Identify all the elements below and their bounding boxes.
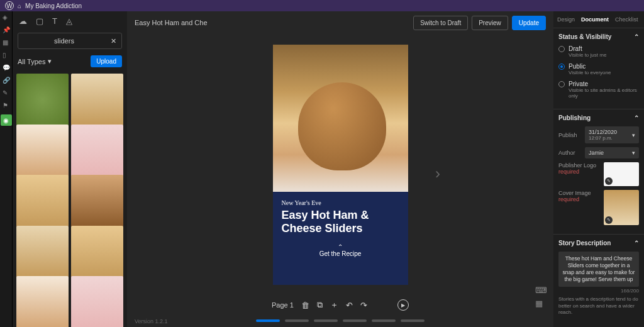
inspector-panel: Design Document Checklist ⓘ Status & Vis… (553, 11, 644, 327)
upload-button[interactable]: Upload (91, 55, 122, 67)
author-select[interactable]: Jamie▾ (585, 147, 639, 158)
tab-checklist[interactable]: Checklist (615, 16, 638, 23)
story-headline[interactable]: Easy Hot Ham & Cheese Sliders (282, 209, 399, 235)
shapes-icon[interactable]: ◬ (66, 16, 72, 26)
tab-design[interactable]: Design (557, 16, 575, 23)
chevron-down-icon: ▾ (48, 57, 52, 65)
story-hero-image[interactable] (273, 45, 408, 202)
publisher-logo-preview[interactable]: ✎ (604, 162, 639, 186)
page-indicator[interactable] (285, 319, 309, 322)
text-icon[interactable]: T (52, 16, 57, 26)
comments-icon[interactable]: 💬 (3, 64, 10, 72)
story-title-input[interactable] (135, 19, 210, 26)
wp-sidebar-rail: ◈ 📌 ▦ ▯ 💬 🔗 ✎ ⚑ ◉ (0, 11, 13, 327)
site-name[interactable]: My Baking Addiction (25, 3, 82, 9)
publish-date-picker[interactable]: 31/12/202012:07 p.m.▾ (585, 126, 639, 143)
undo-icon[interactable]: ↶ (346, 301, 353, 310)
story-page[interactable]: HAPPY NEW YEAR! New Year's Eve Easy Hot … (273, 45, 408, 285)
update-button[interactable]: Update (512, 16, 546, 30)
chevron-up-icon[interactable]: ⌃ (634, 33, 639, 40)
home-icon[interactable]: ⌂ (18, 3, 21, 9)
filter-dropdown[interactable]: All Types▾ (18, 57, 52, 65)
next-page-arrow-icon[interactable]: › (435, 165, 440, 182)
search-input[interactable] (23, 37, 105, 45)
play-icon[interactable]: ▶ (397, 299, 409, 311)
media-search[interactable]: ✕ (18, 33, 122, 49)
media-grid (13, 71, 127, 327)
clear-icon[interactable]: ✕ (111, 37, 116, 45)
description-heading: Story Description (558, 240, 611, 247)
media-thumb[interactable] (16, 276, 69, 327)
edit-icon[interactable]: ✎ (605, 177, 613, 185)
media-thumb[interactable] (16, 74, 69, 126)
page-indicator[interactable] (372, 319, 396, 322)
status-heading: Status & Visibility (558, 33, 611, 40)
canvas-area: Switch to Draft Preview Update HAPPY NEW… (127, 11, 553, 327)
chevron-up-icon[interactable]: ⌃ (634, 240, 639, 247)
pages-icon[interactable]: ▯ (3, 52, 10, 59)
pin-icon[interactable]: 📌 (3, 26, 10, 34)
image-icon[interactable]: ▢ (36, 16, 43, 26)
upload-cloud-icon[interactable]: ☁ (19, 16, 27, 26)
media-thumb[interactable] (71, 276, 123, 327)
stories-icon[interactable]: ◉ (1, 114, 12, 126)
status-private[interactable]: PrivateVisible to site admins & editors … (558, 80, 639, 99)
page-indicator[interactable] (314, 319, 338, 322)
media-thumb[interactable] (71, 175, 123, 227)
media-thumb[interactable] (71, 74, 123, 126)
media-panel: ☁ ▢ T ◬ ✕ All Types▾ Upload (13, 11, 127, 327)
media-thumb[interactable] (71, 125, 123, 177)
switch-draft-button[interactable]: Switch to Draft (413, 16, 468, 30)
edit-icon[interactable]: ✎ (605, 216, 613, 224)
page-indicators (127, 314, 553, 327)
description-hint: Stories with a description tend to do be… (558, 296, 639, 316)
dashboard-icon[interactable]: ◈ (3, 14, 10, 21)
story-subtitle[interactable]: New Year's Eve (282, 199, 399, 206)
plugins-icon[interactable]: ⚑ (3, 102, 10, 109)
story-cta[interactable]: Get the Recipe (282, 243, 399, 257)
grid-view-icon[interactable]: ▦ (535, 299, 547, 308)
wordpress-icon[interactable]: W (5, 1, 14, 10)
page-indicator[interactable] (401, 319, 425, 322)
char-count: 168/200 (558, 288, 639, 294)
media-thumb[interactable] (71, 226, 123, 278)
wp-admin-bar: W ⌂ My Baking Addiction (0, 0, 644, 11)
delete-icon[interactable]: 🗑 (301, 301, 309, 310)
link-icon[interactable]: 🔗 (3, 77, 10, 84)
duplicate-icon[interactable]: ⧉ (317, 300, 323, 310)
status-draft[interactable]: DraftVisible to just me (558, 45, 639, 58)
tab-document[interactable]: Document (581, 16, 609, 23)
media-thumb[interactable] (16, 125, 69, 177)
media-icon[interactable]: ▦ (3, 39, 10, 47)
redo-icon[interactable]: ↷ (360, 301, 367, 310)
page-indicator[interactable] (256, 319, 280, 322)
cover-image-preview[interactable]: ✎ (604, 190, 639, 225)
description-textarea[interactable]: These hot Ham and Cheese Sliders come to… (558, 252, 639, 287)
page-label: Page 1 (272, 301, 294, 309)
publishing-heading: Publishing (558, 114, 591, 121)
add-page-icon[interactable]: ＋ (330, 299, 338, 311)
page-indicator[interactable] (343, 319, 367, 322)
appearance-icon[interactable]: ✎ (3, 89, 10, 97)
chevron-up-icon[interactable]: ⌃ (634, 114, 639, 121)
status-public[interactable]: PublicVisible to everyone (558, 63, 639, 75)
version-label: Version 1.2.1 (135, 318, 168, 324)
preview-button[interactable]: Preview (472, 16, 508, 30)
keyboard-icon[interactable]: ⌨ (535, 285, 547, 295)
media-thumb[interactable] (16, 175, 69, 227)
media-thumb[interactable] (16, 226, 69, 278)
